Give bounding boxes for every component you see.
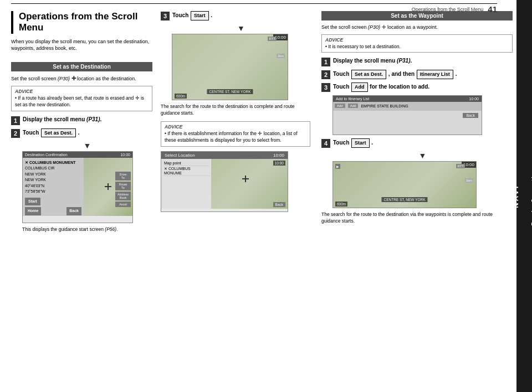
itin-title: Add to Itinerary List: [336, 97, 369, 101]
itin-screenshot: Add to Itinerary List 10:00 Add Add EMPI…: [332, 95, 482, 135]
page-title: Operations from the Scroll Menu: [19, 11, 152, 34]
select-time: 10:00: [273, 161, 285, 166]
wp-step2: 2 Touch Set as Dest. , and then Itinerar…: [321, 70, 513, 79]
nav-map-screenshot-1: 10:00 CENTRE ST, NEW YORK 600m RTT 1km: [172, 34, 288, 100]
dest-confirmation-screenshot: Destination Confirmation 10:00 ✕ COLUMBU…: [22, 151, 133, 223]
side-tab-navi: NAVI: [511, 184, 520, 208]
mid-advice-box: ADVICE • If there is establishment infor…: [161, 121, 310, 147]
route-complete-text: The search for the route to the destinat…: [161, 104, 310, 117]
dest-step1: 1 Display the scroll menu (P31).: [11, 116, 152, 125]
wp-step2-text: Touch Set as Dest. , and then Itinerary …: [333, 70, 457, 79]
dest-lat: 40°46'03"N: [25, 183, 81, 189]
mid-step3-text: Touch Start .: [172, 11, 212, 20]
wp-step4-text: Touch Start .: [333, 138, 373, 148]
wp-step4-number: 4: [321, 139, 330, 148]
dest-step2: 2 Touch Set as Dest. .: [11, 128, 152, 138]
dest-name: ✕ COLUMBUS MONUMENT: [25, 160, 81, 166]
dist-indicator-1: 1km: [277, 54, 285, 58]
side-tab: NAVI Basic Operation: [516, 0, 532, 392]
wp-step2-number: 2: [321, 70, 330, 79]
dest-advice-title: ADVICE: [15, 89, 149, 94]
arrow-down-2: ▼: [172, 24, 310, 33]
wp-step1-text: Display the scroll menu (P31).: [333, 57, 412, 65]
nav-map-screenshot-2: 10:00 CENTRE ST, NEW YORK 600m RTT ▶ 1km: [332, 161, 477, 208]
arrow-down-1: ▼: [22, 141, 152, 150]
page-title-box: Operations from the Scroll Menu: [11, 11, 152, 34]
itin-row-1: Add Add EMPIRE STATE BUILDING: [335, 104, 480, 108]
waypoint-advice-title: ADVICE: [325, 37, 509, 43]
map-crosshair-2: [242, 176, 249, 182]
wp-set-dest-btn[interactable]: Set as Dest.: [351, 70, 386, 79]
home-btn[interactable]: Home: [25, 207, 41, 215]
page-number: 41: [488, 4, 497, 14]
dest-lon: 73°58'56"W: [25, 189, 81, 195]
itin-back-btn[interactable]: Back: [463, 113, 478, 118]
dest-section-text: Set the scroll screen (P30) ✛ location a…: [11, 75, 152, 82]
arrow-down-3: ▼: [332, 151, 513, 160]
wp-add-btn[interactable]: Add: [351, 82, 368, 92]
wp-step1: 1 Display the scroll menu (P31).: [321, 57, 513, 66]
select-loc-header: Select Location 10:00: [161, 152, 288, 159]
map-street-1: CENTRE ST, NEW YORK: [207, 89, 253, 94]
bottom-divider: [11, 3, 497, 4]
start-btn-1[interactable]: Start: [191, 11, 209, 20]
map-dist-1: 600m: [175, 94, 187, 99]
start-btn-dest[interactable]: Start: [25, 198, 40, 206]
page-description: When you display the scroll menu, you ca…: [11, 38, 152, 52]
dest-side-btns: DriveTo RouteTo AddressBook Avoid: [115, 172, 131, 207]
itin-add-btn-2[interactable]: Add: [348, 104, 359, 108]
select-item-1[interactable]: Map point: [163, 161, 209, 166]
waypoint-advice-text: • It is necessary to set a destination.: [325, 44, 509, 50]
mid-step3-number: 3: [161, 12, 170, 20]
rtt-1: RTT: [268, 37, 277, 41]
footer-text: Operations from the Scroll Menu: [412, 7, 484, 12]
waypoint-advice-box: ADVICE • It is necessary to set a destin…: [321, 34, 513, 53]
select-loc-map: Back 10:00: [211, 159, 288, 209]
itin-body: Add Add EMPIRE STATE BUILDING: [333, 102, 482, 111]
select-loc-list: Map point ✕ COLUMBUS MONUME: [161, 159, 211, 209]
itin-back-area: Back: [333, 111, 482, 113]
select-loc-title: Select Location: [165, 153, 195, 158]
map-dist-2: 600m: [335, 202, 347, 207]
dest-advice-text: • If a route has already been set, that …: [15, 95, 149, 109]
itinerary-list-btn[interactable]: Itinerary List: [417, 70, 453, 79]
waypoint-section-text: Set the scroll screen (P30) ✛ location a…: [321, 24, 513, 31]
mid-advice-title: ADVICE: [165, 124, 306, 130]
wp-step1-number: 1: [321, 58, 330, 66]
rtt-2: RTT: [456, 164, 465, 168]
dest-step1-text: Display the scroll menu (P31).: [23, 116, 101, 123]
dest-state: NEW YORK: [25, 177, 81, 183]
select-loc-screenshot: Select Location 10:00 Map point ✕ COLUMB…: [161, 151, 288, 212]
mid-step3: 3 Touch Start .: [161, 11, 310, 20]
nav-icon: ▶: [335, 164, 340, 169]
wp-step3-number: 3: [321, 83, 330, 92]
page-footer: Operations from the Scroll Menu 41: [412, 4, 497, 14]
wp-step4: 4 Touch Start .: [321, 138, 513, 148]
itin-time: 10:00: [469, 97, 479, 101]
wp-step3-text: Touch Add for the location to add.: [333, 82, 429, 92]
map-street-2: CENTRE ST, NEW YORK: [381, 197, 427, 202]
dest-step2-text: Touch Set as Dest. .: [23, 128, 80, 138]
wp-step3: 3 Touch Add for the location to add.: [321, 82, 513, 92]
itin-header: Add to Itinerary List 10:00: [333, 96, 482, 102]
dest-step2-number: 2: [11, 129, 20, 138]
dest-step1-number: 1: [11, 116, 20, 125]
mid-advice-text: • If there is establishment information …: [165, 131, 306, 144]
dest-caption: This displays the guidance start screen …: [22, 226, 152, 232]
dist-indicator-2: 1km: [465, 178, 473, 183]
dest-advice-box: ADVICE • If a route has already been set…: [11, 86, 152, 111]
itin-place-name: EMPIRE STATE BUILDING: [361, 104, 408, 108]
select-loc-time: 10:00: [273, 153, 284, 158]
dest-conf-header-text: Destination Confirmation: [25, 153, 68, 157]
select-item-2[interactable]: ✕ COLUMBUS MONUME: [163, 166, 209, 176]
map-crosshair-1: [105, 183, 111, 190]
dest-city: COLUMBUS CIR: [25, 166, 81, 172]
set-as-dest-btn[interactable]: Set as Dest.: [41, 128, 76, 138]
side-tab-text: NAVI Basic Operation: [511, 167, 532, 226]
back-btn[interactable]: Back: [66, 207, 81, 215]
select-back-btn[interactable]: Back: [273, 202, 285, 207]
itin-add-btn-1[interactable]: Add: [335, 104, 345, 108]
dest-city2: NEW YORK: [25, 172, 81, 178]
wp-start-btn[interactable]: Start: [351, 138, 370, 148]
dest-conf-time: 10:00: [120, 153, 130, 157]
